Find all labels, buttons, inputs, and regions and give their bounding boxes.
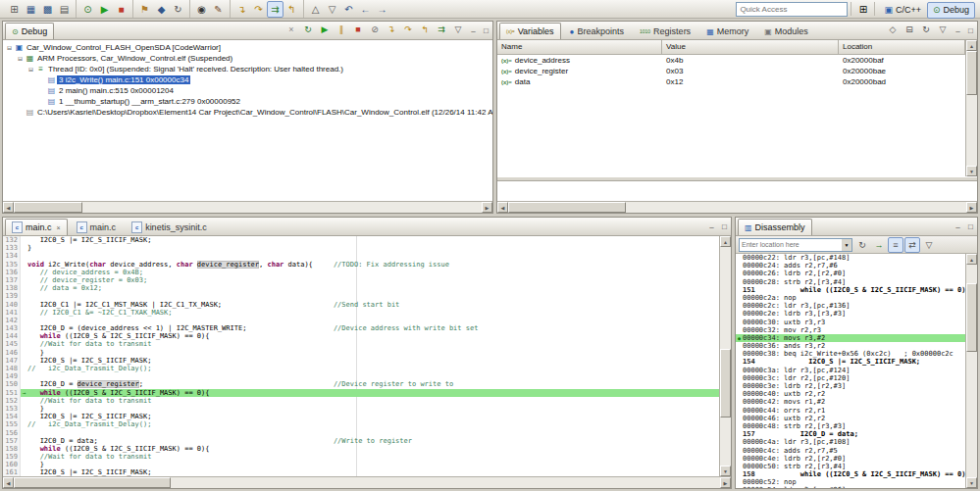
scroll-down-icon[interactable]: ▼ <box>720 466 731 476</box>
back-history-icon[interactable]: ← <box>357 1 374 18</box>
line-number[interactable]: 134 <box>3 252 21 260</box>
line-number[interactable]: 143 <box>3 324 21 332</box>
print-icon[interactable]: ▤ <box>56 1 73 18</box>
disassembly-line[interactable]: 00000c26:ldrb r2,[r2,#0] <box>736 270 965 277</box>
line-number[interactable]: 138 <box>3 284 21 292</box>
disassembly-line[interactable]: 00000c3e:ldrb r2,[r2,#3] <box>736 382 965 390</box>
location-combo-arrow-icon[interactable]: ▼ <box>842 238 852 252</box>
scroll-up-icon[interactable]: ▲ <box>966 254 977 265</box>
disassembly-line[interactable]: 00000c3c:ldr r2,[pc,#120] <box>736 374 965 382</box>
disassembly-line[interactable]: 00000c4a:ldr r3,[pc,#108] <box>736 438 965 446</box>
disassembly-line[interactable]: 154 I2C0_S |= I2C_S_IICIF_MASK; <box>736 358 965 366</box>
scrollbar-thumb[interactable] <box>966 51 977 95</box>
tab-debug[interactable]: ⊙ Debug <box>5 23 54 39</box>
disassembly-line[interactable]: 00000c24:adds r2,r7,#6 <box>736 262 965 270</box>
instruction-stepping-icon[interactable]: ⇉ <box>434 22 449 37</box>
tab-modules[interactable]: ▣Modules <box>757 23 815 39</box>
scroll-up-icon[interactable]: ▲ <box>966 40 977 51</box>
minimize-button[interactable]: – <box>467 25 480 37</box>
step-return-icon[interactable]: ↰ <box>284 1 300 18</box>
line-number[interactable]: 141 <box>3 309 21 317</box>
refresh-icon[interactable]: ↻ <box>918 22 934 37</box>
goto-pc-icon[interactable]: → <box>871 237 887 253</box>
next-annotation-icon[interactable]: ▽ <box>324 1 340 18</box>
restart-icon[interactable]: ↻ <box>300 22 316 37</box>
perspective-cpp-button[interactable]: ▣C/C++ <box>878 2 927 19</box>
disassembly-line[interactable]: 00000c3a:ldr r3,[pc,#124] <box>736 367 965 374</box>
step-into-icon[interactable]: ↴ <box>384 22 399 37</box>
scrollbar-thumb[interactable] <box>14 202 82 213</box>
minimize-button[interactable]: – <box>952 25 964 37</box>
debug-tree-item[interactable]: ⊟≡Thread [ID: 0x0] (Suspended: Signal 'H… <box>3 64 492 74</box>
line-number[interactable]: 149 <box>3 372 21 380</box>
disassembly-line[interactable]: 00000c30:uxtb r3,r3 <box>736 319 965 326</box>
step-over-icon[interactable]: ↷ <box>250 1 267 18</box>
scrollbar-thumb[interactable] <box>966 283 977 352</box>
save-all-icon[interactable]: ▩ <box>39 1 56 18</box>
line-number[interactable]: 146 <box>3 349 21 357</box>
forward-history-icon[interactable]: → <box>374 1 390 18</box>
disassembly-line[interactable]: 00000c38:beq i2c_Write+0x56 (0xc2c) ; 0x… <box>736 350 965 358</box>
step-return-icon[interactable]: ↰ <box>417 22 433 37</box>
resume-icon[interactable]: ▶ <box>317 22 333 37</box>
minimize-button[interactable]: – <box>952 221 964 233</box>
scrollbar-thumb[interactable] <box>14 477 171 488</box>
disassembly-line[interactable]: 00000c42:movs r1,#2 <box>736 398 965 406</box>
scroll-right-icon[interactable]: ▶ <box>966 202 977 213</box>
debug-tree-item[interactable]: ▤2 main() main.c:515 0x00001204 <box>3 85 492 96</box>
tab-disassembly[interactable]: ▥ Disassembly <box>738 219 812 235</box>
disassembly-line[interactable]: 00000c2e:ldrb r3,[r3,#3] <box>736 310 965 318</box>
line-number[interactable]: 150 <box>3 380 21 388</box>
remove-all-terminated-icon[interactable]: × <box>284 22 299 37</box>
disassembly-line[interactable]: ●00000c34:movs r3,#2 <box>736 334 965 342</box>
debug-tree-item[interactable]: ⊟▦ARM Processors, Car_Window_Control.elf… <box>3 53 492 64</box>
scrollbar-thumb[interactable] <box>720 349 731 417</box>
quick-access-input[interactable] <box>736 2 848 17</box>
scroll-right-icon[interactable]: ▶ <box>720 477 731 488</box>
column-header-name[interactable]: Name <box>497 40 662 55</box>
debug-icon[interactable]: ⊙ <box>79 1 96 18</box>
disassembly-line[interactable]: 00000c54:ldr r3,[pc,#96] <box>736 486 965 488</box>
disassembly-line[interactable]: 00000c40:uxtb r2,r2 <box>736 390 965 398</box>
scroll-down-icon[interactable]: ▼ <box>966 166 977 176</box>
disassembly-line[interactable]: 00000c28:strb r2,[r3,#4] <box>736 278 965 286</box>
maximize-button[interactable]: □ <box>964 25 977 37</box>
open-perspective-icon[interactable]: ⊞ <box>854 1 871 18</box>
scroll-left-icon[interactable]: ◀ <box>497 202 508 213</box>
line-number[interactable]: 133 <box>3 244 21 252</box>
scroll-left-icon[interactable]: ◀ <box>3 477 14 488</box>
terminate-icon[interactable]: ■ <box>350 22 366 37</box>
editor-tab-main-c[interactable]: cmain.c <box>70 219 124 235</box>
line-number[interactable]: 136 <box>3 269 21 276</box>
line-number[interactable]: 153 <box>3 405 21 413</box>
disassembly-line[interactable]: 00000c36:ands r3,r2 <box>736 342 965 350</box>
line-number[interactable]: 155 <box>3 420 21 428</box>
line-number[interactable]: 142 <box>3 317 21 324</box>
minimize-button[interactable]: – <box>705 221 718 233</box>
line-number[interactable]: 144 <box>3 332 21 340</box>
new-file-icon[interactable]: ⊞ <box>6 1 23 18</box>
disassembly-line[interactable]: 00000c2a:nop <box>736 294 965 302</box>
collapse-all-icon[interactable]: ⊟ <box>902 22 917 37</box>
suspend-icon[interactable]: ∥ <box>334 22 349 37</box>
maximize-button[interactable]: □ <box>480 25 492 37</box>
line-number[interactable]: 135 <box>3 261 21 269</box>
view-menu-icon[interactable]: ▽ <box>921 237 937 253</box>
line-number[interactable]: 151 <box>3 389 21 397</box>
debug-tree-item[interactable]: ▤1 __thumb_startup() __arm_start.c:279 0… <box>3 96 492 107</box>
view-menu-icon[interactable]: ▽ <box>935 22 951 37</box>
line-number[interactable]: 145 <box>3 340 21 348</box>
disassembly-line[interactable]: 00000c50:strb r2,[r3,#4] <box>736 463 965 470</box>
show-source-icon[interactable]: ≡ <box>888 237 903 253</box>
disassembly-line[interactable]: 00000c52:nop <box>736 478 965 486</box>
code-area[interactable]: 132 I2C0_S |= I2C_S_IICIF_MASK;133}134 1… <box>3 236 719 476</box>
flash-programmer-icon[interactable]: ⚑ <box>136 1 153 18</box>
debug-tree-item[interactable]: ⊟▣Car_Window_Control_FLASH_OpenSDA [Code… <box>3 42 492 53</box>
scroll-up-icon[interactable]: ▲ <box>720 236 731 247</box>
maximize-button[interactable]: □ <box>718 221 731 233</box>
tab-variables[interactable]: (x)=Variables <box>499 23 561 39</box>
tab-breakpoints[interactable]: ●Breakpoints <box>563 23 631 39</box>
debug-tree-item[interactable]: ▤C:\Users\Kasriel\Desktop\Dropbox\Elemen… <box>3 107 492 118</box>
edit-icon[interactable]: ✎ <box>210 1 227 18</box>
disassembly-line[interactable]: 00000c46:uxtb r2,r2 <box>736 415 965 422</box>
